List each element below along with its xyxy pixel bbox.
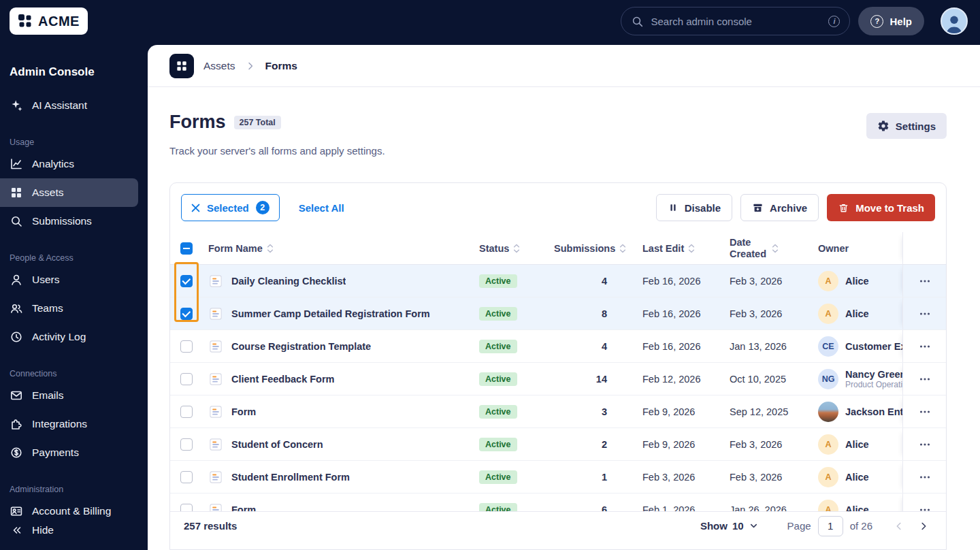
- payments-icon: [10, 446, 23, 459]
- table-row: Course Registration Template Active 4 Fe…: [170, 330, 946, 363]
- row-menu-button[interactable]: [914, 434, 936, 455]
- sidebar-title: Admin Console: [0, 65, 148, 79]
- submissions-count: 14: [547, 374, 634, 385]
- sidebar-item-assets[interactable]: Assets: [0, 178, 138, 207]
- table-footer: 257 results Show 10 Page of 26: [170, 511, 946, 540]
- page-subtitle: Track your server's all forms and apply …: [169, 144, 947, 158]
- sidebar-hide-button[interactable]: Hide: [0, 516, 138, 545]
- breadcrumb-assets-link[interactable]: Assets: [203, 60, 235, 72]
- logo-text: ACME: [38, 14, 80, 29]
- row-checkbox[interactable]: [180, 308, 193, 320]
- sidebar-item-ai-assistant[interactable]: AI Assistant: [0, 91, 138, 120]
- select-all-checkbox[interactable]: [180, 242, 193, 255]
- row-menu-button[interactable]: [914, 401, 936, 423]
- sidebar-item-teams[interactable]: Teams: [0, 294, 138, 323]
- row-checkbox[interactable]: [180, 340, 193, 353]
- show-value: 10: [732, 520, 744, 532]
- submissions-count: 4: [547, 341, 634, 352]
- row-checkbox[interactable]: [180, 406, 193, 418]
- submissions-count: 4: [547, 276, 634, 287]
- submissions-count: 3: [547, 406, 634, 417]
- sidebar-section-connections: Connections: [10, 369, 148, 378]
- column-header-date-created[interactable]: Date Created: [721, 237, 810, 260]
- next-page-button[interactable]: [915, 517, 932, 535]
- move-to-trash-button[interactable]: Move to Trash: [827, 194, 935, 221]
- status-badge: Active: [479, 470, 517, 484]
- form-name-link[interactable]: Course Registration Template: [231, 341, 371, 352]
- search-info-icon[interactable]: i: [828, 16, 840, 27]
- owner-name: Jackson Enter: [845, 406, 902, 417]
- user-avatar[interactable]: [941, 7, 968, 35]
- page-size-dropdown[interactable]: Show 10: [700, 520, 759, 532]
- form-icon: [208, 339, 223, 354]
- form-name-link[interactable]: Daily Cleaning Checklist: [231, 276, 346, 287]
- column-header-last-edit[interactable]: Last Edit: [634, 243, 721, 254]
- owner-avatar: CE: [818, 336, 838, 357]
- sidebar-item-analytics[interactable]: Analytics: [0, 150, 138, 178]
- row-checkbox[interactable]: [180, 471, 193, 483]
- form-name-link[interactable]: Form: [231, 406, 256, 417]
- row-menu-button[interactable]: [914, 303, 936, 325]
- sidebar-item-integrations[interactable]: Integrations: [0, 410, 138, 438]
- row-menu-button[interactable]: [914, 368, 936, 390]
- select-all-button[interactable]: Select All: [299, 202, 344, 214]
- sidebar-item-emails[interactable]: Emails: [0, 381, 138, 410]
- assets-breadcrumb-icon: [169, 54, 194, 78]
- row-menu-button[interactable]: [914, 466, 936, 488]
- status-badge: Active: [479, 307, 517, 321]
- sidebar-item-label: Teams: [32, 302, 63, 314]
- column-header-submissions[interactable]: Submissions: [547, 243, 634, 254]
- column-header-owner[interactable]: Owner: [810, 243, 902, 254]
- form-icon: [208, 274, 223, 289]
- search-input[interactable]: [651, 16, 821, 27]
- form-name-link[interactable]: Summer Camp Detailed Registration Form: [231, 308, 430, 319]
- archive-button[interactable]: Archive: [740, 194, 819, 221]
- column-header-form-name[interactable]: Form Name: [203, 243, 471, 254]
- page-number-input[interactable]: [818, 516, 843, 536]
- main-panel: Assets Forms Forms 257 Total Settings Tr…: [148, 45, 980, 550]
- submissions-icon: [10, 214, 23, 228]
- status-badge: Active: [479, 372, 517, 386]
- row-checkbox[interactable]: [180, 275, 193, 287]
- row-checkbox[interactable]: [180, 438, 193, 451]
- page-label: Page: [787, 520, 811, 532]
- row-menu-button[interactable]: [914, 270, 936, 292]
- submissions-count: 8: [547, 308, 634, 319]
- acme-logo[interactable]: ACME: [10, 7, 88, 35]
- column-header-status[interactable]: Status: [471, 243, 547, 254]
- sidebar-item-label: Emails: [32, 389, 64, 402]
- sidebar-item-label: Integrations: [32, 418, 87, 430]
- move-to-trash-label: Move to Trash: [855, 202, 924, 214]
- row-menu-button[interactable]: [914, 336, 936, 357]
- help-label: Help: [889, 16, 912, 27]
- owner-name: Alice: [845, 439, 869, 450]
- sidebar-section-administration: Administration: [10, 485, 148, 494]
- previous-page-button[interactable]: [890, 517, 908, 535]
- status-badge: Active: [479, 438, 517, 451]
- form-name-link[interactable]: Student Enrollment Form: [231, 472, 350, 483]
- trash-icon: [838, 202, 849, 214]
- results-count: 257 results: [184, 520, 237, 532]
- row-checkbox[interactable]: [180, 373, 193, 385]
- owner-avatar: NG: [818, 369, 838, 389]
- table-row: Summer Camp Detailed Registration Form A…: [170, 297, 946, 330]
- sort-icon: [772, 243, 779, 254]
- date-created: Oct 10, 2025: [721, 374, 810, 385]
- selected-filter-button[interactable]: Selected 2: [181, 194, 280, 221]
- last-edit-date: Feb 12, 2026: [634, 374, 721, 385]
- owner-name: Alice: [845, 472, 869, 483]
- sidebar-item-users[interactable]: Users: [0, 265, 138, 294]
- form-name-link[interactable]: Student of Concern: [231, 439, 323, 450]
- form-name-link[interactable]: Client Feedback Form: [231, 374, 334, 385]
- question-icon: ?: [870, 15, 883, 28]
- help-button[interactable]: ? Help: [858, 7, 924, 35]
- hide-label: Hide: [32, 524, 54, 536]
- settings-label: Settings: [896, 120, 936, 132]
- sidebar-item-payments[interactable]: Payments: [0, 438, 138, 467]
- sidebar-item-activity-log[interactable]: Activity Log: [0, 323, 138, 351]
- settings-button[interactable]: Settings: [866, 113, 947, 139]
- column-label: Submissions: [554, 243, 615, 254]
- gear-icon: [877, 120, 889, 132]
- sidebar-item-submissions[interactable]: Submissions: [0, 207, 138, 236]
- disable-button[interactable]: Disable: [656, 194, 732, 221]
